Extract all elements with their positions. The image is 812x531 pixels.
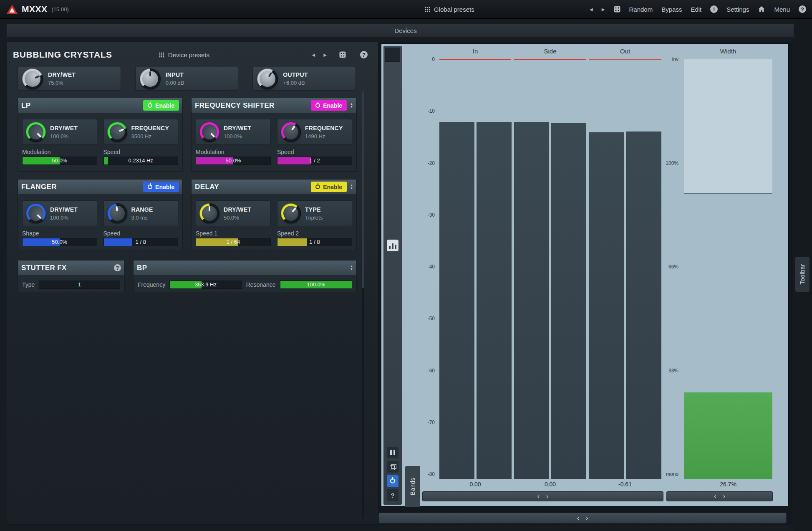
meter-out	[589, 59, 661, 479]
power-icon	[148, 103, 152, 108]
shape-slider[interactable]: 50.0%	[22, 238, 97, 246]
melda-logo	[7, 5, 18, 14]
scroll-right-icon[interactable]: ›	[723, 493, 725, 500]
knob-label: INPUT	[166, 71, 184, 78]
toolbar-label: Toolbar	[799, 264, 806, 284]
help-icon[interactable]: ?	[799, 5, 806, 13]
meter-value-side: 0.00	[514, 481, 586, 488]
type-selector[interactable]: 1	[39, 281, 120, 289]
speed-slider[interactable]: 1 / 2	[277, 157, 352, 165]
scroll-left-icon[interactable]: ‹	[714, 493, 716, 500]
speed2-slider[interactable]: 1 / 8	[277, 238, 352, 246]
lp-frequency-knob[interactable]	[107, 122, 127, 142]
device-presets-button[interactable]: Device presets	[159, 51, 209, 58]
column-header-side: Side	[514, 48, 586, 55]
titlebar: MXXX (15.00) Global presets ◀ ▶ Random	[0, 0, 812, 19]
output-knob[interactable]	[257, 68, 278, 89]
scroll-left-icon[interactable]: ‹	[537, 493, 540, 500]
meter-value-in: 0.00	[439, 481, 511, 488]
scroll-left-icon[interactable]: ‹	[577, 514, 579, 522]
lp-dry-wet-knob[interactable]	[26, 122, 46, 142]
preset-next-icon[interactable]: ▶	[602, 7, 605, 12]
scroll-right-icon[interactable]: ›	[546, 493, 548, 500]
master-knob-row: DRY/WET 75.0% INPUT 0.00 dB OUTPUT	[18, 67, 356, 91]
flanger-range-knob[interactable]	[107, 203, 127, 223]
dice-icon[interactable]	[614, 6, 620, 13]
flanger-dry-wet-knob[interactable]	[26, 203, 46, 223]
delay-type-knob[interactable]	[281, 203, 301, 223]
input-knob[interactable]	[140, 68, 161, 89]
clip-indicator	[439, 59, 511, 60]
knob-group: FREQUENCY 3500 Hz	[103, 119, 179, 145]
section-lp: LP Enable DRY/WET 100.0%	[18, 98, 183, 172]
help-icon[interactable]: ?	[360, 51, 368, 58]
random-button[interactable]: Random	[629, 6, 653, 13]
meters-scrollbar[interactable]: ‹ ›	[422, 491, 663, 501]
section-title: BP	[137, 264, 147, 272]
tab-devices[interactable]: Devices	[7, 24, 804, 37]
fs-frequency-knob[interactable]	[281, 122, 301, 142]
device-presets-nav: ◀ ▶ ?	[312, 51, 368, 58]
knob-group: TYPE Triplets	[277, 200, 352, 226]
slider-label: Speed	[103, 149, 179, 155]
fs-dry-wet-knob[interactable]	[199, 122, 219, 142]
section-flanger: FLANGER Enable DRY/WET 100.0%	[18, 179, 183, 250]
master-output-group: OUTPUT +6.00 dB	[252, 67, 356, 91]
clip-indicator	[589, 59, 661, 60]
meter-width	[684, 59, 772, 479]
meter-value-width: 26.7%	[684, 481, 772, 488]
edit-button[interactable]: Edit	[691, 6, 701, 13]
reorder-widget[interactable]: ▲▼	[350, 184, 353, 190]
bypass-button[interactable]: Bypass	[661, 6, 682, 13]
width-scrollbar[interactable]: ‹ ›	[666, 491, 773, 501]
frequency-slider[interactable]: 363.9 Hz	[169, 281, 242, 289]
app-identity: MXXX (15.00)	[0, 4, 69, 14]
home-icon[interactable]	[758, 6, 765, 13]
resonance-slider[interactable]: 100.0%	[280, 281, 353, 289]
bands-label: Bands	[409, 478, 416, 495]
column-header-width: Width	[684, 48, 772, 55]
power-icon	[315, 185, 320, 189]
dice-icon[interactable]	[339, 51, 346, 58]
grid-icon	[159, 52, 164, 58]
preset-prev-icon[interactable]: ◀	[590, 7, 593, 12]
section-title: DELAY	[195, 183, 219, 191]
global-presets-button[interactable]: Global presets	[425, 6, 474, 13]
speed-slider[interactable]: 1 / 8	[103, 238, 179, 246]
speed-slider[interactable]: 0.2314 Hz	[103, 157, 179, 165]
knob-value: 0.00 dB	[166, 80, 184, 86]
reorder-widget[interactable]: ▲▼	[350, 103, 353, 108]
enable-button[interactable]: Enable	[311, 182, 347, 192]
section-delay: DELAY Enable ▲▼ DRY/WET	[191, 179, 357, 250]
column-header-in: In	[439, 48, 511, 55]
enable-button[interactable]: Enable	[143, 100, 179, 111]
help-icon[interactable]: ?	[114, 264, 121, 271]
enable-button[interactable]: Enable	[143, 182, 179, 192]
tab-toolbar[interactable]: Toolbar	[795, 257, 809, 292]
panel-scrollbar[interactable]: ‹ ›	[378, 513, 787, 523]
device-preset-next-icon[interactable]: ▶	[323, 53, 327, 57]
meter-value-out: -0.61	[589, 481, 661, 488]
delay-dry-wet-knob[interactable]	[199, 203, 219, 223]
width-marker	[684, 193, 772, 194]
device-preset-prev-icon[interactable]: ◀	[312, 53, 315, 57]
scroll-right-icon[interactable]: ›	[586, 514, 588, 522]
section-title: FREQUENCY SHIFTER	[195, 101, 275, 110]
device-panel-scrollbar[interactable]	[362, 91, 364, 518]
enable-button[interactable]: Enable	[311, 100, 347, 111]
power-icon	[315, 103, 320, 108]
device-presets-label: Device presets	[168, 51, 209, 58]
modulation-slider[interactable]: 50.0%	[196, 157, 271, 165]
menu-button[interactable]: Menu	[774, 6, 790, 13]
settings-button[interactable]: Settings	[726, 6, 749, 13]
db-scale: 0-10 -20-30 -40-50 -60-70 -80	[381, 56, 437, 477]
dry-wet-knob[interactable]	[22, 68, 43, 89]
knob-group: FREQUENCY 1490 Hz	[277, 119, 352, 145]
width-value-bar	[684, 392, 772, 479]
help-button[interactable]: ?	[387, 489, 398, 501]
alert-icon[interactable]: !	[710, 5, 718, 13]
modulation-slider[interactable]: 50.0%	[22, 157, 97, 165]
reorder-widget[interactable]: ▲▼	[350, 265, 353, 271]
speed1-slider[interactable]: 1 / 64	[196, 238, 271, 246]
global-presets-label: Global presets	[434, 6, 474, 13]
